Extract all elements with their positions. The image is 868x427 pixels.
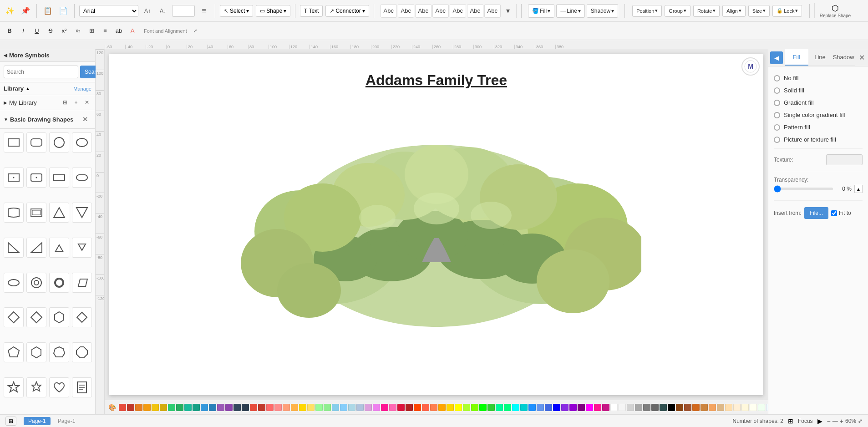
solid-fill-radio[interactable] bbox=[774, 87, 780, 94]
expand-section-icon[interactable]: ⤢ bbox=[189, 25, 202, 37]
shape-rect3[interactable] bbox=[49, 168, 69, 188]
shape-document[interactable] bbox=[72, 377, 92, 397]
size-btn[interactable]: Size ▾ bbox=[748, 5, 770, 17]
shape-pentagon[interactable] bbox=[4, 342, 24, 362]
transparency-increment-btn[interactable]: ▲ bbox=[854, 185, 863, 193]
text-tool-btn[interactable]: T Text bbox=[300, 5, 323, 17]
right-panel-close-btn[interactable]: ✕ bbox=[855, 50, 868, 66]
color-swatch[interactable] bbox=[324, 404, 331, 411]
shape-star6[interactable] bbox=[26, 377, 46, 397]
color-swatch[interactable] bbox=[250, 404, 257, 411]
no-fill-option[interactable]: No fill bbox=[774, 72, 863, 84]
color-swatch[interactable] bbox=[619, 404, 626, 411]
search-input[interactable] bbox=[4, 66, 78, 78]
color-swatch[interactable] bbox=[348, 404, 355, 411]
color-swatch[interactable] bbox=[307, 404, 315, 411]
text-style-2[interactable]: Abc bbox=[398, 4, 414, 18]
position-btn[interactable]: Position ▾ bbox=[632, 5, 662, 17]
color-swatch[interactable] bbox=[504, 404, 511, 411]
color-swatch[interactable] bbox=[528, 404, 536, 411]
underline-btn[interactable]: U bbox=[31, 25, 43, 37]
text-style-6[interactable]: Abc bbox=[467, 4, 483, 18]
shape-small-tri2[interactable] bbox=[72, 238, 92, 258]
color-swatch[interactable] bbox=[758, 404, 765, 411]
color-swatch[interactable] bbox=[274, 404, 282, 411]
color-swatch[interactable] bbox=[537, 404, 544, 411]
color-swatch[interactable] bbox=[569, 404, 577, 411]
color-swatch[interactable] bbox=[266, 404, 274, 411]
shape-ellipse[interactable] bbox=[72, 132, 92, 152]
shape-oval[interactable] bbox=[4, 273, 24, 293]
page-tab[interactable]: Page-1 bbox=[24, 417, 51, 425]
zoom-in-btn[interactable]: + bbox=[840, 417, 843, 425]
shadow-btn[interactable]: Shadow ▾ bbox=[587, 4, 618, 18]
layer-icon[interactable]: ⊞ bbox=[788, 417, 793, 425]
color-swatch[interactable] bbox=[643, 404, 650, 411]
align-btn[interactable]: Align ▾ bbox=[722, 5, 745, 17]
color-swatch[interactable] bbox=[750, 404, 757, 411]
styles-more-icon[interactable]: ▾ bbox=[502, 5, 514, 17]
color-swatch[interactable] bbox=[340, 404, 347, 411]
strikethrough-btn[interactable]: S bbox=[45, 25, 56, 37]
color-swatch[interactable] bbox=[717, 404, 724, 411]
color-swatch[interactable] bbox=[496, 404, 503, 411]
color-swatch[interactable] bbox=[455, 404, 462, 411]
color-swatch[interactable] bbox=[127, 404, 134, 411]
gradient-fill-radio[interactable] bbox=[774, 100, 780, 106]
color-swatch[interactable] bbox=[283, 404, 290, 411]
play-icon[interactable]: ▶ bbox=[817, 417, 822, 425]
color-swatch[interactable] bbox=[447, 404, 454, 411]
color-swatch[interactable] bbox=[356, 404, 364, 411]
color-swatch[interactable] bbox=[578, 404, 585, 411]
color-swatch[interactable] bbox=[512, 404, 519, 411]
color-swatch[interactable] bbox=[725, 404, 732, 411]
shape-diamond[interactable] bbox=[72, 307, 92, 327]
color-swatch[interactable] bbox=[430, 404, 437, 411]
picture-fill-option[interactable]: Picture or texture fill bbox=[774, 133, 863, 146]
shape-rhombus[interactable] bbox=[26, 307, 46, 327]
color-swatch[interactable] bbox=[709, 404, 716, 411]
shape-triangle2[interactable] bbox=[72, 203, 92, 223]
connector-tool-btn[interactable]: ↗ Connector ▾ bbox=[325, 5, 369, 17]
color-swatch[interactable] bbox=[217, 404, 224, 411]
color-swatch[interactable] bbox=[487, 404, 495, 411]
shape-star[interactable] bbox=[4, 377, 24, 397]
shape-rect-curved[interactable] bbox=[4, 203, 24, 223]
paste-icon[interactable]: 📋 bbox=[41, 5, 54, 17]
shape-parallelogram[interactable] bbox=[72, 273, 92, 293]
color-swatch[interactable] bbox=[553, 404, 560, 411]
gradient-fill-option[interactable]: Gradient fill bbox=[774, 97, 863, 109]
color-swatch[interactable] bbox=[660, 404, 667, 411]
color-swatch[interactable] bbox=[651, 404, 659, 411]
color-swatch[interactable] bbox=[586, 404, 593, 411]
solid-fill-option[interactable]: Solid fill bbox=[774, 84, 863, 97]
font-color-btn[interactable]: A bbox=[127, 25, 138, 37]
color-swatch[interactable] bbox=[668, 404, 675, 411]
text-style-3[interactable]: Abc bbox=[415, 4, 431, 18]
shape-heart[interactable] bbox=[49, 377, 69, 397]
color-swatch[interactable] bbox=[332, 404, 339, 411]
color-swatch[interactable] bbox=[406, 404, 413, 411]
superscript-btn[interactable]: x² bbox=[58, 25, 70, 37]
color-swatch[interactable] bbox=[741, 404, 749, 411]
pattern-fill-option[interactable]: Pattern fill bbox=[774, 121, 863, 133]
color-swatch[interactable] bbox=[766, 404, 768, 411]
color-swatch[interactable] bbox=[479, 404, 487, 411]
font-select[interactable]: Arial bbox=[79, 5, 138, 17]
color-swatch[interactable] bbox=[119, 404, 126, 411]
shape-small-tri[interactable] bbox=[49, 238, 69, 258]
color-swatch[interactable] bbox=[225, 404, 233, 411]
color-swatch[interactable] bbox=[414, 404, 421, 411]
font-size-down-icon[interactable]: A↓ bbox=[157, 5, 169, 17]
single-gradient-radio[interactable] bbox=[774, 112, 780, 118]
font-size-input[interactable]: 12 bbox=[172, 5, 195, 17]
color-swatch[interactable] bbox=[168, 404, 175, 411]
color-swatch[interactable] bbox=[676, 404, 683, 411]
bold-btn[interactable]: B bbox=[4, 25, 15, 37]
color-swatch[interactable] bbox=[397, 404, 405, 411]
color-swatch[interactable] bbox=[135, 404, 142, 411]
color-swatch[interactable] bbox=[201, 404, 208, 411]
color-swatch[interactable] bbox=[160, 404, 167, 411]
color-swatch[interactable] bbox=[733, 404, 741, 411]
color-swatch[interactable] bbox=[143, 404, 151, 411]
